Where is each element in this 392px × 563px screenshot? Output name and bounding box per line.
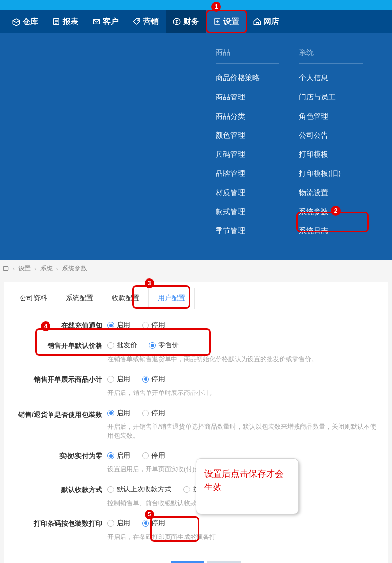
nav-label: 客户 <box>103 17 119 27</box>
breadcrumb-wrap: › 设置 › 系统 › 系统参数 <box>0 260 392 277</box>
top-accent-bar <box>0 0 392 10</box>
document-icon <box>52 17 61 26</box>
mega-item[interactable]: 品牌管理 <box>216 169 299 178</box>
svg-rect-5 <box>3 266 8 270</box>
radio-enable[interactable]: 启用 <box>107 375 130 384</box>
tab-user[interactable]: 用户配置 <box>148 288 195 309</box>
nav-settings[interactable]: 设置 <box>206 10 246 33</box>
radio-label: 启用 <box>117 375 130 384</box>
radio-disable[interactable]: 停用 <box>142 451 165 460</box>
radio-label: 启用 <box>117 519 130 528</box>
mega-item[interactable]: 材质管理 <box>216 188 299 197</box>
breadcrumb-icon <box>2 265 9 272</box>
radio-enable[interactable]: 启用 <box>107 409 130 417</box>
mega-item[interactable]: 物流设置 <box>299 188 382 197</box>
row-label: 销售开单展示商品小计 <box>14 375 107 398</box>
breadcrumb: › 设置 › 系统 › 系统参数 <box>0 264 392 273</box>
radio-icon <box>107 376 114 383</box>
radio-enable[interactable]: 启用 <box>107 451 130 460</box>
mega-item[interactable]: 个人信息 <box>299 73 382 83</box>
mega-item[interactable]: 商品管理 <box>216 93 299 102</box>
row-barcode-package: 打印条码按包装数打印 启用 停用 开启后，在条码打印页面生成的预备打 <box>14 519 378 542</box>
mega-item[interactable]: 系统日志 <box>299 226 382 236</box>
radio-icon <box>107 452 114 459</box>
breadcrumb-item[interactable]: 系统参数 <box>62 264 87 273</box>
mega-item[interactable]: 门店与员工 <box>299 93 382 102</box>
radio-icon <box>142 322 149 329</box>
radio-disable[interactable]: 停用 <box>142 375 165 384</box>
mega-item[interactable]: 季节管理 <box>216 226 299 236</box>
save-button[interactable]: 保存 <box>171 561 204 563</box>
callout-tip: 设置后点击保存才会生效 <box>196 458 299 514</box>
coin-icon <box>172 17 181 26</box>
cube-icon <box>12 17 21 26</box>
radio-icon <box>142 452 149 459</box>
nav-label: 设置 <box>223 17 239 27</box>
mega-item-system-params[interactable]: 系统参数 <box>299 207 382 217</box>
main-nav: 仓库 报表 客户 营销 财务 <box>0 10 392 33</box>
radio-label: 零售价 <box>158 341 179 350</box>
nav-report[interactable]: 报表 <box>45 10 85 33</box>
row-hint: 开启后，销售单开单时展示商品小计。 <box>107 389 378 398</box>
tab-bar: 公司资料 系统配置 收款配置 用户配置 <box>4 282 388 309</box>
row-recharge-notify: 在线充值通知 启用 停用 <box>14 321 378 330</box>
row-hint: 开启后，在条码打印页面生成的预备打 <box>107 533 378 542</box>
tab-system[interactable]: 系统配置 <box>56 288 102 309</box>
settings-icon <box>213 17 221 26</box>
mega-item[interactable]: 商品分类 <box>216 112 299 121</box>
reset-button[interactable]: 重置 <box>207 561 241 563</box>
tag-icon <box>132 17 141 26</box>
radio-icon <box>107 342 114 349</box>
svg-point-2 <box>138 20 139 21</box>
radio-disable[interactable]: 停用 <box>142 321 165 330</box>
mega-item[interactable]: 款式管理 <box>216 207 299 217</box>
row-show-subtotal: 销售开单展示商品小计 启用 停用 开启后，销售单开单时展示商品小计。 <box>14 375 378 398</box>
row-use-package: 销售/退货单是否使用包装数 启用 停用 开启后，开销售单/销售退货单选择商品数量… <box>14 409 378 441</box>
radio-retail[interactable]: 零售价 <box>149 341 179 350</box>
row-label: 打印条码按包装数打印 <box>14 519 107 542</box>
nav-label: 财务 <box>183 17 199 27</box>
mega-item[interactable]: 尺码管理 <box>216 150 299 159</box>
row-label: 默认收款方式 <box>14 485 107 508</box>
breadcrumb-item[interactable]: 设置 <box>18 264 31 273</box>
row-hint: 在销售单或销售退货单中，商品初始化价格默认为设置的批发价或零售价。 <box>107 355 378 364</box>
radio-label: 启用 <box>117 321 130 330</box>
radio-icon <box>142 376 149 383</box>
radio-label: 默认上次收款方式 <box>117 485 172 494</box>
nav-warehouse[interactable]: 仓库 <box>5 10 45 33</box>
chevron-right-icon: › <box>34 265 36 272</box>
radio-label: 停用 <box>151 375 165 384</box>
nav-label: 报表 <box>63 17 78 27</box>
radio-disable[interactable]: 停用 <box>142 409 165 417</box>
radio-enable[interactable]: 启用 <box>107 519 130 528</box>
mega-col-system: 系统 个人信息 门店与员工 角色管理 公司公告 打印模板 打印模板(旧) 物流设… <box>299 48 382 245</box>
radio-last-payment[interactable]: 默认上次收款方式 <box>107 485 172 494</box>
mega-item[interactable]: 商品价格策略 <box>216 73 299 83</box>
row-default-price: 销售开单默认价格 批发价 零售价 在销售单或销售退货单中，商品初始化价格默认为设… <box>14 341 378 364</box>
nav-label: 营销 <box>143 17 159 27</box>
nav-marketing[interactable]: 营销 <box>125 10 166 33</box>
radio-icon <box>183 486 190 493</box>
settings-card: 公司资料 系统配置 收款配置 用户配置 在线充值通知 启用 停用 销售开 <box>4 282 388 563</box>
row-label: 销售/退货单是否使用包装数 <box>14 409 107 441</box>
settings-form: 在线充值通知 启用 停用 销售开单默认价格 批发价 零售价 <box>4 309 388 557</box>
tab-payment[interactable]: 收款配置 <box>102 288 148 309</box>
tab-company[interactable]: 公司资料 <box>10 288 56 309</box>
breadcrumb-item[interactable]: 系统 <box>40 264 53 273</box>
mega-item[interactable]: 角色管理 <box>299 112 382 121</box>
nav-finance[interactable]: 财务 <box>166 10 206 33</box>
mega-item[interactable]: 打印模板 <box>299 150 382 159</box>
radio-label: 批发价 <box>117 341 137 350</box>
mega-item[interactable]: 打印模板(旧) <box>299 169 382 178</box>
radio-disable[interactable]: 停用 <box>142 519 165 528</box>
row-label: 销售开单默认价格 <box>14 341 107 364</box>
row-hint: 开启后，开销售单/销售退货单选择商品数量时，默认以包装数来增减商品数量，关闭则默… <box>107 422 378 441</box>
settings-dropdown: 商品 商品价格策略 商品管理 商品分类 颜色管理 尺码管理 品牌管理 材质管理 … <box>0 33 392 260</box>
radio-enable[interactable]: 启用 <box>107 321 130 330</box>
nav-customer[interactable]: 客户 <box>85 10 125 33</box>
nav-shop[interactable]: 网店 <box>246 10 286 33</box>
radio-wholesale[interactable]: 批发价 <box>107 341 137 350</box>
radio-icon <box>142 410 149 416</box>
mega-item[interactable]: 公司公告 <box>299 131 382 140</box>
mega-item[interactable]: 颜色管理 <box>216 131 299 140</box>
